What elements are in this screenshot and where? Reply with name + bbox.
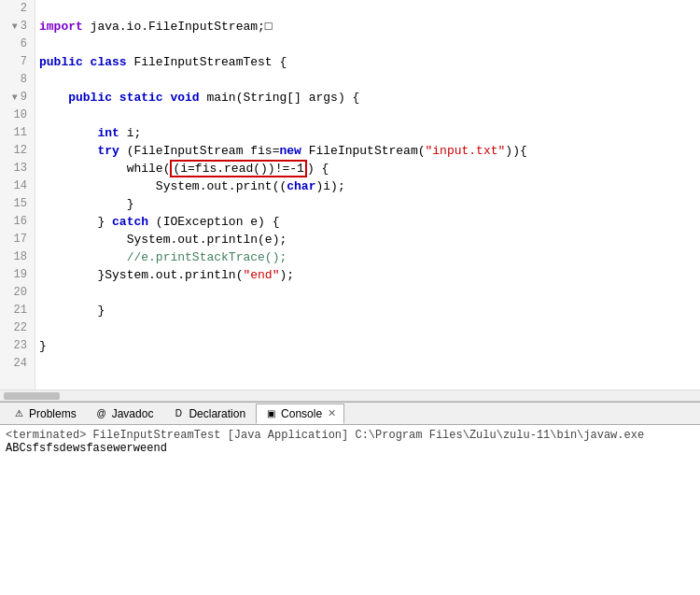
- line-number: 12: [7, 142, 27, 160]
- line-number: 24: [7, 355, 27, 373]
- line-number: 14: [7, 177, 27, 195]
- console-output-line: ABCsfsfsdewsfasewerweend: [6, 442, 694, 455]
- line-number: 22: [7, 319, 27, 337]
- line-number: 23: [7, 337, 27, 355]
- console-terminated-line: <terminated> FileInputStreamTest [Java A…: [6, 429, 694, 442]
- line-number: ▼9: [7, 89, 27, 106]
- scrollbar-thumb[interactable]: [4, 392, 60, 400]
- javadoc-tab-icon: @: [95, 407, 108, 420]
- console-close-button[interactable]: ✕: [328, 407, 336, 419]
- code-line: }: [39, 302, 700, 319]
- tabs-bar: ⚠Problems@JavadocDDeclaration▣Console✕: [0, 403, 700, 425]
- code-line: [39, 106, 700, 124]
- javadoc-tab-label: Javadoc: [112, 407, 154, 420]
- line-number: 17: [7, 231, 27, 248]
- problems-tab-label: Problems: [29, 407, 77, 420]
- code-line: } catch (IOException e) {: [39, 213, 700, 231]
- tab-console[interactable]: ▣Console✕: [256, 404, 344, 424]
- code-line: [39, 35, 700, 53]
- console-tab-icon: ▣: [264, 407, 277, 420]
- problems-tab-icon: ⚠: [12, 407, 25, 420]
- code-line: int i;: [39, 124, 700, 142]
- tab-javadoc[interactable]: @Javadoc: [87, 404, 162, 424]
- code-line: import java.io.FileInputStream;□: [39, 18, 700, 35]
- code-line: [39, 0, 700, 18]
- code-line: }: [39, 337, 700, 355]
- line-number: 11: [7, 124, 27, 142]
- line-number: 6: [7, 35, 27, 53]
- console-body[interactable]: <terminated> FileInputStreamTest [Java A…: [0, 425, 700, 595]
- line-numbers: 2▼3678▼9101112131415161718192021222324: [0, 0, 35, 401]
- code-line: //e.printStackTrace();: [39, 248, 700, 266]
- code-line: [39, 319, 700, 337]
- tab-problems[interactable]: ⚠Problems: [4, 404, 85, 424]
- code-line: System.out.println(e);: [39, 231, 700, 248]
- line-number: 7: [7, 53, 27, 71]
- line-number: ▼3: [7, 18, 27, 35]
- horizontal-scrollbar[interactable]: [0, 390, 700, 401]
- declaration-tab-icon: D: [172, 407, 185, 420]
- console-tab-label: Console: [281, 407, 322, 420]
- highlighted-expression: (i=fis.read())!=-1: [170, 160, 306, 177]
- line-number: 21: [7, 302, 27, 319]
- code-line: public static void main(String[] args) {: [39, 89, 700, 106]
- code-line: }: [39, 195, 700, 213]
- code-editor[interactable]: 2▼3678▼9101112131415161718192021222324 i…: [0, 0, 700, 402]
- line-number: 15: [7, 195, 27, 213]
- line-number: 16: [7, 213, 27, 231]
- code-line: try (FileInputStream fis=new FileInputSt…: [39, 142, 700, 160]
- fold-icon[interactable]: ▼: [12, 18, 18, 35]
- fold-icon[interactable]: ▼: [12, 89, 18, 106]
- code-line: while((i=fis.read())!=-1) {: [39, 160, 700, 177]
- code-content[interactable]: import java.io.FileInputStream;□ public …: [35, 0, 700, 401]
- line-number: 19: [7, 266, 27, 284]
- line-number: 8: [7, 71, 27, 89]
- line-number: 10: [7, 106, 27, 124]
- declaration-tab-label: Declaration: [189, 407, 245, 420]
- bottom-panel: ⚠Problems@JavadocDDeclaration▣Console✕ <…: [0, 402, 700, 595]
- code-line: [39, 284, 700, 302]
- code-line: public class FileInputStreamTest {: [39, 53, 700, 71]
- line-number: 2: [7, 0, 27, 18]
- code-line: }System.out.println("end");: [39, 266, 700, 284]
- code-line: [39, 71, 700, 89]
- code-line: System.out.print((char)i);: [39, 177, 700, 195]
- tab-declaration[interactable]: DDeclaration: [163, 404, 254, 424]
- code-line: [39, 355, 700, 373]
- line-number: 13: [7, 160, 27, 177]
- line-number: 18: [7, 248, 27, 266]
- line-number: 20: [7, 284, 27, 302]
